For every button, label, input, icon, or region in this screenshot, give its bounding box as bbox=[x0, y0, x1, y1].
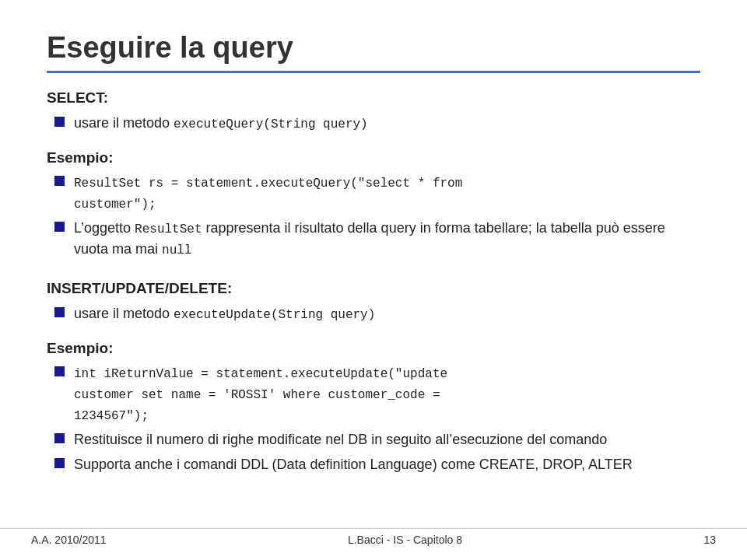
footer: A.A. 2010/2011 L.Bacci - IS - Capitolo 8… bbox=[0, 528, 747, 546]
bullet-restituisce: Restituisce il numero di righe modificat… bbox=[54, 429, 700, 450]
bullet-icon-2 bbox=[54, 176, 65, 186]
section-esempio2-label: Esempio: bbox=[47, 338, 700, 360]
bullet-icon-3 bbox=[54, 222, 65, 232]
code-update-line3: 1234567"); bbox=[74, 409, 149, 423]
bullet-esempio1-code-text: ResultSet rs = statement.executeQuery("s… bbox=[74, 172, 462, 214]
code-update-line2: customer set name = 'ROSSI' where custom… bbox=[74, 388, 440, 402]
code-executeQuery: executeQuery(String query) bbox=[174, 117, 368, 131]
bullet-resultset-desc: L’oggetto ResultSet rappresenta il risul… bbox=[54, 218, 700, 260]
slide: Eseguire la query SELECT: usare il metod… bbox=[0, 0, 747, 560]
code-null-inline: null bbox=[162, 243, 191, 257]
code-executeUpdate: executeUpdate(String query) bbox=[174, 308, 375, 322]
bullet-supporta: Supporta anche i comandi DDL (Data defin… bbox=[54, 454, 700, 475]
bullet-icon-4 bbox=[54, 307, 65, 317]
bullet-icon-7 bbox=[54, 458, 65, 468]
slide-title: Eseguire la query bbox=[47, 31, 700, 73]
bullet-supporta-text: Supporta anche i comandi DDL (Data defin… bbox=[74, 454, 633, 475]
bullet-select-1: usare il metodo executeQuery(String quer… bbox=[54, 113, 700, 134]
bullet-esempio2-code: int iReturnValue = statement.executeUpda… bbox=[54, 362, 700, 425]
bullet-icon-1 bbox=[54, 117, 65, 127]
bullet-esempio2-code-text: int iReturnValue = statement.executeUpda… bbox=[74, 362, 447, 425]
bullet-restituisce-text: Restituisce il numero di righe modificat… bbox=[74, 429, 607, 450]
bullet-iud-1-text: usare il metodo executeUpdate(String que… bbox=[74, 303, 375, 324]
bullet-iud-1: usare il metodo executeUpdate(String que… bbox=[54, 303, 700, 324]
footer-left: A.A. 2010/2011 bbox=[31, 534, 107, 546]
bullet-select-1-text: usare il metodo executeQuery(String quer… bbox=[74, 113, 368, 134]
section-iud-label: INSERT/UPDATE/DELETE: bbox=[47, 278, 700, 300]
bullet-icon-6 bbox=[54, 433, 65, 443]
footer-right: 13 bbox=[703, 534, 716, 546]
code-update-line1: int iReturnValue = statement.executeUpda… bbox=[74, 367, 447, 381]
code-resultset-line1: ResultSet rs = statement.executeQuery("s… bbox=[74, 177, 462, 191]
section-select-label: SELECT: bbox=[47, 87, 700, 110]
code-ResultSet-inline: ResultSet bbox=[135, 222, 202, 236]
content-area: SELECT: usare il metodo executeQuery(Str… bbox=[47, 87, 700, 475]
section-esempio1-label: Esempio: bbox=[47, 147, 700, 170]
footer-center: L.Bacci - IS - Capitolo 8 bbox=[348, 534, 462, 546]
bullet-icon-5 bbox=[54, 366, 65, 376]
bullet-esempio1-code: ResultSet rs = statement.executeQuery("s… bbox=[54, 172, 700, 214]
code-resultset-line2: customer"); bbox=[74, 198, 156, 212]
bullet-resultset-desc-text: L’oggetto ResultSet rappresenta il risul… bbox=[74, 218, 700, 260]
